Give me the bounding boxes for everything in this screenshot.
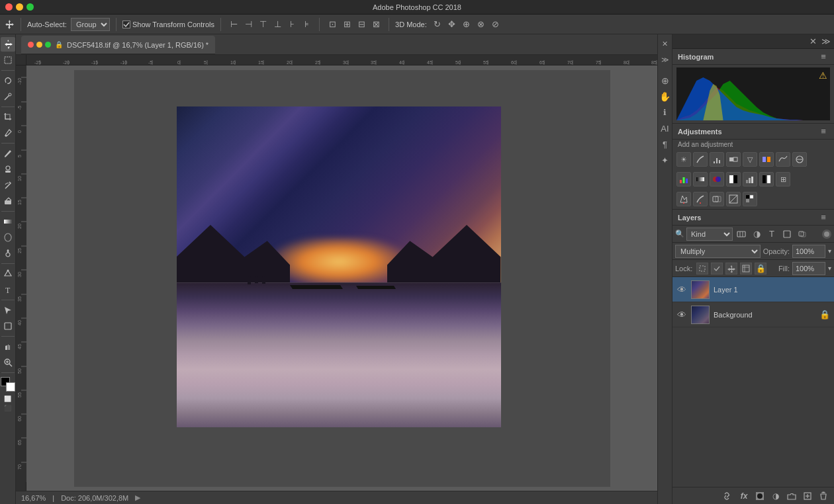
lock-transparent-btn[interactable] [696, 263, 708, 274]
color-swatches[interactable] [1, 377, 15, 392]
show-transform-checkbox[interactable] [122, 21, 130, 28]
delete-layer-btn[interactable] [817, 490, 830, 502]
hand-icon[interactable]: ✋ [660, 91, 671, 102]
vibrance-adj-icon[interactable]: ▽ [743, 152, 757, 167]
adjustments-menu-btn[interactable]: ≡ [818, 126, 829, 137]
move-tool[interactable] [1, 37, 15, 52]
opacity-chevron[interactable]: ▾ [828, 247, 831, 255]
invert-adj-icon[interactable] [726, 172, 741, 187]
channel-mixer-adj-icon[interactable] [676, 172, 691, 187]
dist-3-icon[interactable]: ⊟ [355, 18, 368, 31]
align-center-icon[interactable]: ⊣ [242, 18, 255, 31]
filter-type-btn[interactable]: T [765, 228, 778, 241]
shadows-highlights-adj-icon[interactable] [726, 192, 741, 206]
layer1-visibility-toggle[interactable]: 👁 [676, 284, 687, 295]
selective-color-adj-icon[interactable] [710, 172, 724, 187]
status-arrow[interactable]: ▶ [135, 493, 140, 502]
navigate-icon[interactable]: ⊕ [660, 75, 671, 86]
color-lookup-adj-icon[interactable]: ⊞ [776, 172, 790, 187]
stamp-tool[interactable] [1, 162, 15, 177]
magic-wand-tool[interactable] [1, 89, 15, 104]
align-bottom-icon[interactable]: ⊧ [300, 18, 313, 31]
dist-4-icon[interactable]: ⊠ [369, 18, 383, 31]
type-tool[interactable]: T [1, 282, 15, 297]
window-controls[interactable] [5, 3, 34, 11]
smart-obj-adj-icon[interactable] [710, 192, 724, 206]
align-left-icon[interactable]: ⊢ [227, 18, 240, 31]
document-tab[interactable]: 🔒 DSCF5418.tif @ 16,7% (Layer 1, RGB/16)… [21, 36, 215, 54]
layer-item-background[interactable]: 👁 Background 🔒 [672, 302, 834, 327]
dodge-tool[interactable] [1, 246, 15, 261]
expand-btn[interactable]: ≫ [660, 54, 671, 65]
exposure-adj-icon[interactable] [726, 152, 741, 167]
posterize-adj-icon[interactable] [743, 172, 757, 187]
quick-mask-icon[interactable]: ⬜ [1, 396, 15, 402]
layers-menu-btn[interactable]: ≡ [818, 212, 829, 223]
curves-adj-icon[interactable] [693, 152, 708, 167]
new-layer-btn[interactable] [801, 490, 814, 502]
photo-filter-adj-icon[interactable] [792, 152, 807, 167]
path-select-tool[interactable] [1, 303, 15, 317]
shape-tool[interactable] [1, 319, 15, 333]
3d-roll-icon[interactable]: ⊗ [475, 18, 488, 31]
lock-all-btn[interactable]: 🔒 [755, 263, 766, 274]
new-fill-adj-btn[interactable]: ◑ [769, 490, 782, 502]
hue-sat-adj-icon[interactable] [759, 152, 774, 167]
filter-adj-btn[interactable]: ◑ [750, 228, 763, 241]
sparkle-icon[interactable]: ✦ [660, 155, 671, 165]
panel-toggle-btn[interactable]: ✕ [660, 38, 671, 49]
3d-slide-icon[interactable]: ⊘ [489, 18, 502, 31]
lasso-tool[interactable] [1, 73, 15, 88]
new-group-btn[interactable] [785, 490, 798, 502]
dist-v-icon[interactable]: ⊞ [340, 18, 353, 31]
gradient-tool[interactable] [1, 214, 15, 229]
3d-rotate-icon[interactable]: ↻ [431, 18, 444, 31]
levels-adj-icon[interactable] [710, 152, 724, 167]
add-mask-btn[interactable] [753, 490, 766, 502]
color-balance-adj-icon[interactable] [776, 152, 790, 167]
canvas-scroll[interactable] [26, 65, 657, 491]
pen-tool[interactable] [1, 267, 15, 281]
layer-item-layer1[interactable]: 👁 Layer 1 [672, 277, 834, 302]
doc-close[interactable] [28, 42, 34, 48]
filter-shape-btn[interactable] [780, 228, 794, 241]
background-visibility-toggle[interactable]: 👁 [676, 310, 687, 320]
maximize-button[interactable] [26, 3, 34, 11]
align-top-icon[interactable]: ⊥ [271, 18, 284, 31]
filter-toggle-btn[interactable] [822, 230, 831, 239]
panel-close-btn[interactable]: ✕ [808, 36, 818, 47]
crop-tool[interactable] [1, 110, 15, 124]
kind-filter-select[interactable]: Kind Name Effect Mode Attribute Color Sm… [686, 228, 733, 241]
gradient-map-adj-icon[interactable] [693, 172, 708, 187]
3d-zoom-icon[interactable]: ⊕ [460, 18, 473, 31]
brightness-adj-icon[interactable]: ☀ [676, 152, 691, 167]
threshold-adj-icon[interactable] [759, 172, 774, 187]
3d-pan-icon[interactable]: ✥ [445, 18, 459, 31]
brightness-contrast-2-adj-icon[interactable] [676, 192, 691, 206]
align-middle-icon[interactable]: ⊦ [285, 18, 299, 31]
curves-2-adj-icon[interactable] [693, 192, 708, 206]
close-button[interactable] [5, 3, 13, 11]
zoom-tool[interactable] [1, 355, 15, 370]
screen-mode-icon[interactable]: ⬛ [1, 405, 15, 411]
align-right-icon[interactable]: ⊤ [256, 18, 269, 31]
add-layer-style-btn[interactable]: fx [737, 490, 751, 502]
eraser-tool[interactable] [1, 194, 15, 208]
hand-tool[interactable] [1, 339, 15, 354]
minimize-button[interactable] [16, 3, 23, 11]
fill-value[interactable]: 100% [792, 262, 825, 275]
marquee-tool[interactable] [1, 53, 15, 67]
history-brush-tool[interactable] [1, 178, 15, 192]
show-transform-checkbox-item[interactable]: Show Transform Controls [122, 21, 214, 28]
auto-select-dropdown[interactable]: Group Layer [71, 18, 110, 31]
doc-maximize[interactable] [45, 42, 51, 48]
lock-artboard-btn[interactable] [740, 263, 752, 274]
histogram-menu-btn[interactable]: ≡ [818, 52, 829, 62]
brush-tool[interactable] [1, 146, 15, 161]
lock-pixel-btn[interactable] [711, 263, 723, 274]
doc-traffic-lights[interactable] [28, 42, 51, 48]
ai-icon[interactable]: AI [660, 123, 671, 134]
bw-adj-icon[interactable] [743, 192, 757, 206]
info-icon[interactable]: ℹ [660, 107, 671, 118]
eyedropper-tool[interactable] [1, 126, 15, 140]
